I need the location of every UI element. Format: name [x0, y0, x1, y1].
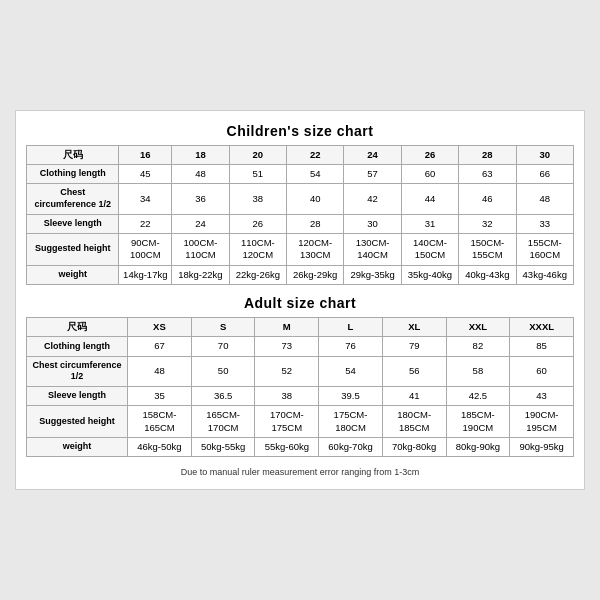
cell-value: 90kg-95kg [510, 438, 574, 457]
cell-value: 82 [446, 337, 510, 356]
cell-value: 185CM-190CM [446, 406, 510, 438]
col-header: 尺码 [27, 318, 128, 337]
adult-title: Adult size chart [26, 295, 574, 311]
cell-value: 73 [255, 337, 319, 356]
cell-value: 120CM-130CM [287, 233, 344, 265]
cell-value: 90CM-100CM [119, 233, 172, 265]
cell-value: 60 [401, 164, 458, 183]
cell-value: 32 [459, 214, 516, 233]
table-row: Clothing length4548515457606366 [27, 164, 574, 183]
cell-value: 51 [229, 164, 286, 183]
cell-value: 80kg-90kg [446, 438, 510, 457]
row-label: Suggested height [27, 233, 119, 265]
table-row: Suggested height90CM-100CM100CM-110CM110… [27, 233, 574, 265]
cell-value: 165CM-170CM [191, 406, 255, 438]
cell-value: 18kg-22kg [172, 265, 229, 284]
cell-value: 60 [510, 356, 574, 386]
cell-value: 48 [516, 184, 573, 214]
row-label: Chest circumference 1/2 [27, 356, 128, 386]
cell-value: 110CM-120CM [229, 233, 286, 265]
cell-value: 56 [382, 356, 446, 386]
cell-value: 70 [191, 337, 255, 356]
cell-value: 38 [229, 184, 286, 214]
footer-note: Due to manual ruler measurement error ra… [26, 467, 574, 477]
cell-value: 28 [287, 214, 344, 233]
col-header: 22 [287, 145, 344, 164]
cell-value: 45 [119, 164, 172, 183]
col-header: 28 [459, 145, 516, 164]
cell-value: 60kg-70kg [319, 438, 383, 457]
table-row: Clothing length67707376798285 [27, 337, 574, 356]
col-header: 24 [344, 145, 401, 164]
col-header: 26 [401, 145, 458, 164]
cell-value: 57 [344, 164, 401, 183]
cell-value: 150CM-155CM [459, 233, 516, 265]
cell-value: 43 [510, 387, 574, 406]
cell-value: 58 [446, 356, 510, 386]
row-label: Sleeve length [27, 214, 119, 233]
cell-value: 22 [119, 214, 172, 233]
cell-value: 63 [459, 164, 516, 183]
col-header: XL [382, 318, 446, 337]
cell-value: 24 [172, 214, 229, 233]
cell-value: 22kg-26kg [229, 265, 286, 284]
row-label: weight [27, 265, 119, 284]
cell-value: 41 [382, 387, 446, 406]
col-header: M [255, 318, 319, 337]
row-label: weight [27, 438, 128, 457]
col-header: 30 [516, 145, 573, 164]
cell-value: 158CM-165CM [128, 406, 192, 438]
cell-value: 55kg-60kg [255, 438, 319, 457]
cell-value: 190CM-195CM [510, 406, 574, 438]
row-label: Sleeve length [27, 387, 128, 406]
table-row: weight14kg-17kg18kg-22kg22kg-26kg26kg-29… [27, 265, 574, 284]
row-label: Suggested height [27, 406, 128, 438]
cell-value: 48 [128, 356, 192, 386]
table-row: weight46kg-50kg50kg-55kg55kg-60kg60kg-70… [27, 438, 574, 457]
cell-value: 66 [516, 164, 573, 183]
cell-value: 180CM-185CM [382, 406, 446, 438]
row-label: Clothing length [27, 164, 119, 183]
cell-value: 31 [401, 214, 458, 233]
children-table: 尺码1618202224262830 Clothing length454851… [26, 145, 574, 285]
table-row: Chest circumference 1/248505254565860 [27, 356, 574, 386]
cell-value: 67 [128, 337, 192, 356]
cell-value: 14kg-17kg [119, 265, 172, 284]
cell-value: 52 [255, 356, 319, 386]
cell-value: 30 [344, 214, 401, 233]
cell-value: 26 [229, 214, 286, 233]
cell-value: 48 [172, 164, 229, 183]
cell-value: 54 [319, 356, 383, 386]
col-header: XXXL [510, 318, 574, 337]
table-row: Suggested height158CM-165CM165CM-170CM17… [27, 406, 574, 438]
cell-value: 70kg-80kg [382, 438, 446, 457]
cell-value: 38 [255, 387, 319, 406]
col-header: XXL [446, 318, 510, 337]
cell-value: 29kg-35kg [344, 265, 401, 284]
cell-value: 175CM-180CM [319, 406, 383, 438]
cell-value: 34 [119, 184, 172, 214]
cell-value: 46 [459, 184, 516, 214]
cell-value: 155CM-160CM [516, 233, 573, 265]
cell-value: 50kg-55kg [191, 438, 255, 457]
cell-value: 100CM-110CM [172, 233, 229, 265]
cell-value: 40 [287, 184, 344, 214]
cell-value: 26kg-29kg [287, 265, 344, 284]
cell-value: 170CM-175CM [255, 406, 319, 438]
col-header: 尺码 [27, 145, 119, 164]
cell-value: 36.5 [191, 387, 255, 406]
cell-value: 40kg-43kg [459, 265, 516, 284]
col-header: S [191, 318, 255, 337]
col-header: XS [128, 318, 192, 337]
col-header: 18 [172, 145, 229, 164]
cell-value: 85 [510, 337, 574, 356]
cell-value: 50 [191, 356, 255, 386]
cell-value: 33 [516, 214, 573, 233]
cell-value: 44 [401, 184, 458, 214]
cell-value: 35kg-40kg [401, 265, 458, 284]
col-header: 20 [229, 145, 286, 164]
col-header: L [319, 318, 383, 337]
table-row: Chest circumference 1/23436384042444648 [27, 184, 574, 214]
cell-value: 36 [172, 184, 229, 214]
cell-value: 43kg-46kg [516, 265, 573, 284]
